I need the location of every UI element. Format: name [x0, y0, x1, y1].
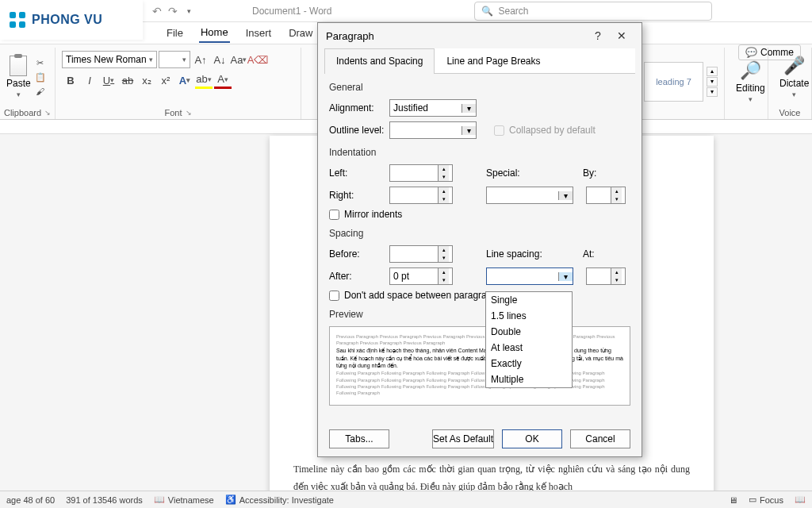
dictate-button[interactable]: 🎤Dictate▾	[775, 56, 812, 98]
section-spacing: Spacing	[329, 228, 630, 239]
undo-icon[interactable]: ↶	[149, 3, 165, 19]
by-input[interactable]: ▴▾	[586, 187, 626, 204]
tabs-button[interactable]: Tabs...	[329, 429, 389, 448]
dialog-title: Paragraph	[326, 30, 374, 42]
text-effects-icon[interactable]: A▾	[176, 71, 193, 89]
option-multiple[interactable]: Multiple	[486, 371, 572, 387]
font-family-combo[interactable]: Times New Roman▾	[62, 51, 157, 68]
menu-home[interactable]: Home	[199, 23, 230, 43]
paragraph-dialog: Paragraph ? ✕ Indents and Spacing Line a…	[317, 22, 642, 457]
logo-text: PHONG VU	[32, 13, 102, 27]
clear-format-icon[interactable]: A⌫	[249, 51, 266, 68]
style-down-icon[interactable]: ▾	[707, 77, 718, 87]
cancel-button[interactable]: Cancel	[570, 429, 630, 448]
highlight-icon[interactable]: ab▾	[195, 71, 213, 89]
copy-icon[interactable]: 📋	[34, 71, 47, 83]
chevron-down-icon: ▾	[462, 104, 476, 113]
style-heading7[interactable]: leading 7	[644, 62, 703, 102]
indent-left-input[interactable]: ▴▾	[389, 164, 453, 182]
redo-icon[interactable]: ↷	[165, 3, 181, 19]
alignment-combo[interactable]: Justified▾	[389, 99, 477, 117]
chevron-down-icon: ▾	[462, 126, 476, 135]
cut-icon[interactable]: ✂	[34, 57, 47, 68]
search-icon: 🔍	[481, 6, 493, 17]
logo-icon	[8, 10, 27, 29]
comment-icon: 💬	[745, 47, 757, 58]
dialog-launcher-icon[interactable]: ↘	[186, 109, 192, 117]
section-indentation: Indentation	[329, 147, 630, 158]
focus-mode[interactable]: ▭ Focus	[749, 495, 783, 505]
dont-add-space-checkbox[interactable]	[329, 291, 339, 301]
tab-indents-spacing[interactable]: Indents and Spacing	[324, 48, 435, 74]
style-more-icon[interactable]: ▾	[707, 87, 718, 97]
line-spacing-dropdown: Single1.5 linesDoubleAt leastExactlyMult…	[485, 291, 573, 388]
dialog-tabs: Indents and Spacing Line and Page Breaks	[324, 48, 635, 74]
option-single[interactable]: Single	[486, 292, 572, 308]
page-indicator[interactable]: age 48 of 60	[6, 495, 55, 505]
set-default-button[interactable]: Set As Default	[432, 429, 494, 448]
shrink-font-icon[interactable]: A↓	[211, 51, 228, 68]
outline-combo[interactable]: ▾	[389, 121, 477, 139]
preview-box: Previous Paragraph Previous Paragraph Pr…	[329, 326, 630, 406]
indent-right-input[interactable]: ▴▾	[389, 187, 453, 204]
format-painter-icon[interactable]: 🖌	[34, 86, 47, 97]
option-exactly[interactable]: Exactly	[486, 356, 572, 371]
before-input[interactable]: ▴▾	[389, 245, 453, 263]
strike-button[interactable]: ab	[119, 71, 136, 89]
collapsed-checkbox	[494, 125, 504, 136]
ok-button[interactable]: OK	[502, 429, 562, 448]
font-size-combo[interactable]: ▾	[159, 51, 190, 68]
help-button[interactable]: ?	[586, 29, 610, 42]
section-preview: Preview	[329, 309, 630, 320]
word-count[interactable]: 391 of 13546 words	[66, 495, 143, 505]
font-color-icon[interactable]: A▾	[214, 71, 232, 89]
at-input[interactable]: ▴▾	[586, 267, 626, 285]
option-double[interactable]: Double	[486, 324, 572, 340]
underline-button[interactable]: U▾	[100, 71, 117, 89]
italic-button[interactable]: I	[81, 71, 98, 89]
qat-dropdown-icon[interactable]: ▾	[181, 3, 197, 19]
language-indicator[interactable]: 📖 Vietnamese	[154, 495, 214, 505]
menu-insert[interactable]: Insert	[244, 24, 274, 42]
menu-file[interactable]: File	[165, 24, 185, 42]
status-bar: age 48 of 60 391 of 13546 words 📖 Vietna…	[0, 491, 812, 508]
line-spacing-combo[interactable]: ▾	[486, 267, 573, 285]
search-icon: 🔎	[740, 60, 761, 81]
subscript-button[interactable]: x₂	[138, 71, 155, 89]
chevron-down-icon: ▾	[17, 90, 21, 98]
paste-button[interactable]: Paste ▾	[6, 56, 31, 98]
paste-icon	[10, 56, 27, 76]
dialog-launcher-icon[interactable]: ↘	[44, 109, 51, 117]
bold-button[interactable]: B	[62, 71, 79, 89]
watermark-logo: PHONG VU	[0, 0, 143, 40]
read-mode-icon[interactable]: 📖	[795, 495, 806, 505]
style-up-icon[interactable]: ▴	[707, 67, 718, 76]
document-title: Document1 - Word	[252, 6, 331, 17]
grow-font-icon[interactable]: A↑	[192, 51, 209, 68]
accessibility-indicator[interactable]: ♿ Accessibility: Investigate	[225, 495, 334, 505]
after-input[interactable]: 0 pt▴▾	[389, 267, 453, 285]
comments-button[interactable]: 💬Comme	[738, 44, 801, 60]
special-combo[interactable]: ▾	[486, 187, 573, 204]
search-input[interactable]: 🔍 Search	[474, 2, 712, 21]
change-case-icon[interactable]: Aa▾	[230, 51, 247, 68]
option-at-least[interactable]: At least	[486, 340, 572, 356]
display-settings-icon[interactable]: 🖥	[729, 495, 737, 505]
menu-draw[interactable]: Draw	[287, 24, 314, 42]
mirror-indents-checkbox[interactable]	[329, 210, 339, 220]
superscript-button[interactable]: x²	[157, 71, 174, 89]
paragraph-text[interactable]: Timeline này cần bao gồm các mốc thời gi…	[293, 461, 690, 495]
close-button[interactable]: ✕	[610, 29, 634, 42]
option-1-5-lines[interactable]: 1.5 lines	[486, 308, 572, 324]
editing-button[interactable]: 🔎Editing▾	[731, 60, 770, 103]
tab-line-page-breaks[interactable]: Line and Page Breaks	[435, 48, 552, 73]
section-general: General	[329, 82, 630, 93]
